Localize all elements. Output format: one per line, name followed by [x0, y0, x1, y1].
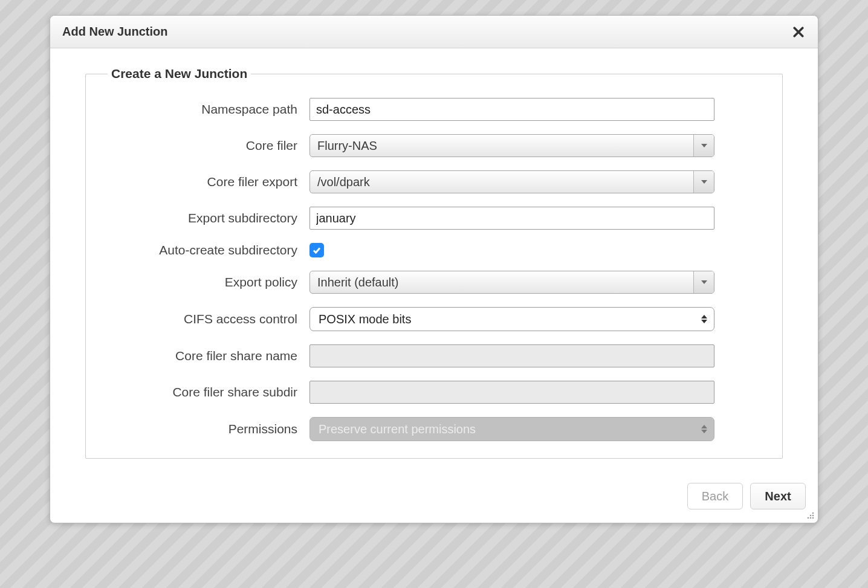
chevron-down-icon: [693, 171, 714, 193]
chevron-down-icon: [693, 135, 714, 157]
export-policy-select[interactable]: Inherit (default): [309, 271, 714, 294]
label-export-policy: Export policy: [97, 275, 309, 289]
label-cifs-access-control: CIFS access control: [97, 312, 309, 326]
group-legend: Create a New Junction: [108, 66, 251, 81]
add-junction-dialog: Add New Junction Create a New Junction N…: [50, 15, 818, 523]
svg-marker-1: [701, 180, 707, 184]
cifs-access-control-select[interactable]: POSIX mode bits: [309, 307, 714, 331]
chevron-down-icon: [693, 271, 714, 293]
next-button[interactable]: Next: [750, 483, 806, 509]
core-filer-share-name-input: [309, 344, 714, 367]
dialog-footer: Back Next: [50, 467, 818, 523]
core-filer-share-subdir-input: [309, 381, 714, 404]
core-filer-export-value: /vol/dpark: [310, 171, 693, 193]
label-auto-create-subdir: Auto-create subdirectory: [97, 243, 309, 257]
dialog-header: Add New Junction: [50, 16, 818, 48]
label-core-filer-export: Core filer export: [97, 175, 309, 189]
label-permissions: Permissions: [97, 422, 309, 436]
close-icon[interactable]: [791, 25, 806, 39]
svg-marker-2: [701, 280, 707, 284]
namespace-path-input[interactable]: [309, 98, 714, 121]
dialog-body: Create a New Junction Namespace path Cor…: [50, 48, 818, 467]
label-namespace-path: Namespace path: [97, 102, 309, 117]
auto-create-subdirectory-checkbox[interactable]: [309, 243, 324, 257]
core-filer-value: Flurry-NAS: [310, 135, 693, 157]
permissions-select: Preserve current permissions: [309, 417, 714, 441]
export-subdirectory-input[interactable]: [309, 207, 714, 230]
create-junction-group: Create a New Junction Namespace path Cor…: [85, 66, 783, 459]
label-export-subdir: Export subdirectory: [97, 211, 309, 225]
label-core-filer-share-name: Core filer share name: [97, 349, 309, 363]
back-button[interactable]: Back: [687, 483, 743, 509]
dialog-title: Add New Junction: [62, 25, 167, 39]
export-policy-value: Inherit (default): [310, 271, 693, 293]
label-core-filer-share-subdir: Core filer share subdir: [97, 385, 309, 399]
label-core-filer: Core filer: [97, 138, 309, 153]
core-filer-select[interactable]: Flurry-NAS: [309, 134, 714, 157]
core-filer-export-select[interactable]: /vol/dpark: [309, 170, 714, 193]
svg-marker-0: [701, 144, 707, 147]
